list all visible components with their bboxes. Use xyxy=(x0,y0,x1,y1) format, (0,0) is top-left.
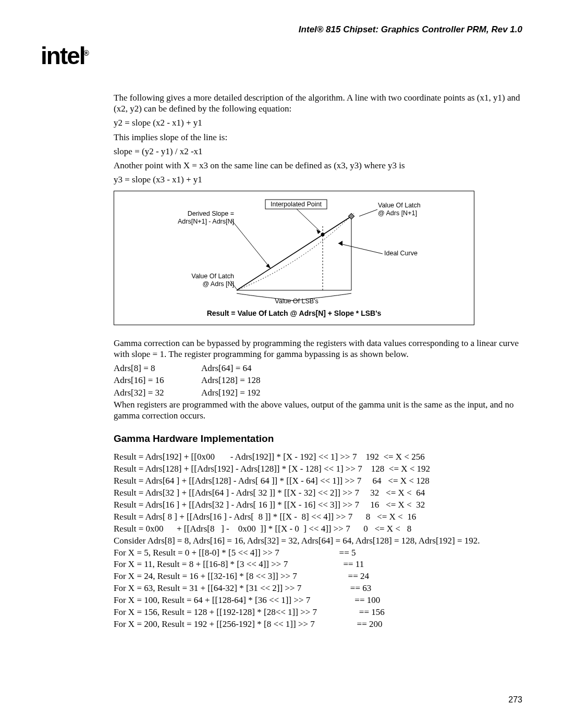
equation-slope: slope = (y2 - y1) / x2 -x1 xyxy=(114,146,522,157)
svg-line-3 xyxy=(237,216,351,290)
adrs-note: When registers are programmed with the a… xyxy=(114,399,522,422)
intro-para-2: This implies slope of the line is: xyxy=(114,132,522,143)
post-figure-para: Gamma correction can be bypassed by prog… xyxy=(114,338,522,360)
page-number: 273 xyxy=(508,695,522,705)
equation-y3: y3 = slope (x3 - x1) + y1 xyxy=(114,174,522,185)
label-lsb: Value Of LSB's xyxy=(271,298,323,305)
adrs-row-2: Adrs[16] = 16Adrs[128] = 128 xyxy=(114,375,522,386)
interpolation-figure: Derived Slope = Adrs[N+1] - Adrs[N] Inte… xyxy=(114,191,474,325)
label-ideal-curve: Ideal Curve xyxy=(384,250,431,257)
intel-logo: intel® xyxy=(41,41,522,71)
svg-line-10 xyxy=(231,220,271,268)
adrs-row-1: Adrs[8] = 8Adrs[64] = 64 xyxy=(114,363,522,374)
section-heading-gamma: Gamma Hardware Implementation xyxy=(114,433,522,445)
label-value-np1: Value Of Latch @ Adrs [N+1] xyxy=(378,202,435,217)
page-header: Intel® 815 Chipset: Graphics Controller … xyxy=(41,24,522,35)
intro-para-3: Another point with X = x3 on the same li… xyxy=(114,160,522,171)
label-interpolated-point: Interpolated Point xyxy=(266,201,326,208)
svg-line-9 xyxy=(359,209,377,216)
svg-line-12 xyxy=(338,243,383,254)
figure-caption: Result = Value Of Latch @ Adrs[N] + Slop… xyxy=(114,309,474,318)
svg-marker-11 xyxy=(266,264,271,268)
svg-rect-4 xyxy=(348,213,354,219)
svg-marker-13 xyxy=(338,241,342,246)
adrs-row-3: Adrs[32] = 32Adrs[192] = 192 xyxy=(114,387,522,398)
svg-point-5 xyxy=(321,232,325,236)
intro-para-1: The following gives a more detailed desc… xyxy=(114,92,522,115)
worked-examples: Consider Adrs[8] = 8, Adrs[16] = 16, Adr… xyxy=(114,535,522,631)
svg-line-7 xyxy=(297,209,321,232)
label-value-n: Value Of Latch @ Adrs [N] xyxy=(177,273,234,288)
result-formulas: Result = Adrs[192] + [[0x00 - Adrs[192]]… xyxy=(114,451,522,535)
label-derived-slope: Derived Slope = Adrs[N+1] - Adrs[N] xyxy=(166,210,234,226)
equation-y2: y2 = slope (x2 - x1) + y1 xyxy=(114,117,522,128)
